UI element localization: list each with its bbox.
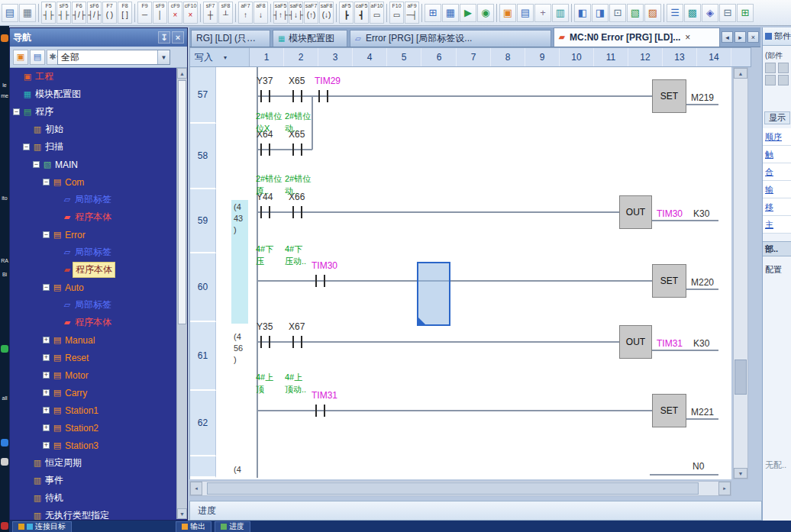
tree-item[interactable]: −▥扫描	[10, 138, 176, 156]
ladder-symbol-button[interactable]: saF6┤↓├	[289, 2, 303, 24]
scroll-tabs-left-icon[interactable]: ◂	[722, 31, 733, 43]
tab-close-icon[interactable]: ×	[685, 32, 690, 43]
tool-icon[interactable]	[765, 75, 776, 85]
contact-symbol[interactable]	[260, 143, 262, 156]
contact-symbol[interactable]	[327, 90, 328, 102]
rung-number-cell[interactable]: 57	[190, 67, 216, 124]
vertical-scrollbar[interactable]: ▲ ▼	[733, 67, 748, 479]
expand-toggle-icon[interactable]: +	[43, 442, 50, 449]
expand-toggle-icon[interactable]: −	[43, 284, 50, 291]
tree-item[interactable]: −▤Error	[10, 226, 176, 243]
expand-toggle-icon[interactable]: −	[33, 161, 40, 168]
contact-symbol[interactable]	[292, 336, 294, 348]
tree-item[interactable]: +▤Motor	[10, 366, 176, 384]
ladder-symbol-button[interactable]: sF6┤/├	[87, 2, 102, 24]
tree-item[interactable]: ▥恒定周期	[10, 454, 176, 472]
element-selection-tab[interactable]: 部件	[763, 27, 791, 46]
scrollbar-thumb[interactable]	[178, 80, 186, 324]
toolbar-icon-button[interactable]: ⊞	[737, 4, 754, 22]
scrollbar-thumb[interactable]	[207, 482, 699, 495]
toolbar-icon-button[interactable]: ▦	[19, 4, 36, 22]
contact-symbol[interactable]	[260, 336, 262, 348]
ladder-symbol-button[interactable]: aF7↑	[238, 2, 253, 24]
toolbar-icon-button[interactable]: ▧	[627, 4, 644, 22]
contact-symbol[interactable]	[301, 143, 302, 156]
chevron-down-icon[interactable]: ▾	[224, 54, 227, 61]
toolbar-icon-button[interactable]: ▶	[460, 4, 476, 22]
filter-icon[interactable]: ▣	[13, 50, 28, 65]
coil-instruction-box[interactable]: OUT	[619, 325, 652, 359]
toolbar-icon-button[interactable]: ⊡	[609, 4, 626, 22]
tool-icon[interactable]	[778, 63, 789, 73]
edit-mode-indicator[interactable]: 写入 ▾	[190, 48, 250, 66]
toolbar-icon-button[interactable]: +	[534, 4, 551, 22]
toolbar-icon-button[interactable]: ⊞	[425, 4, 441, 22]
toolbar-icon-button[interactable]: ▤	[517, 4, 534, 22]
connect-target-tab[interactable]: 连接目标	[12, 521, 72, 532]
tree-item[interactable]: +▤Station3	[10, 437, 176, 454]
ladder-symbol-button[interactable]: sF9│	[153, 2, 167, 24]
scroll-down-icon[interactable]: ▼	[734, 468, 747, 479]
display-toggle[interactable]: 显示	[764, 111, 790, 124]
chevron-down-icon[interactable]: ▼	[157, 50, 170, 64]
scroll-tabs-right-icon[interactable]: ▸	[734, 31, 746, 43]
toolbar-icon-button[interactable]: ▦	[442, 4, 459, 22]
tree-item[interactable]: +▤Carry	[10, 384, 176, 401]
toolbar-icon-button[interactable]: ▤	[2, 4, 18, 22]
ladder-symbol-button[interactable]: aF9─┤	[405, 2, 419, 24]
dock-tab[interactable]: 输出	[176, 521, 211, 532]
tree-item[interactable]: −▤程序	[10, 103, 176, 121]
scroll-up-icon[interactable]: ▲	[177, 68, 187, 79]
tree-item[interactable]: ▦模块配置图	[10, 85, 176, 103]
ladder-symbol-button[interactable]: cF9×	[168, 2, 182, 24]
document-tab[interactable]: ▦模块配置图	[273, 30, 347, 47]
contact-symbol[interactable]	[260, 90, 262, 102]
ladder-symbol-button[interactable]: sF8┴	[218, 2, 233, 24]
close-document-icon[interactable]: ×	[747, 31, 759, 43]
ladder-symbol-button[interactable]: saF7(↑)	[304, 2, 318, 24]
document-tab[interactable]: ▰MC:N0 Error [PRG] [LD]...×	[554, 27, 720, 47]
contact-symbol[interactable]	[292, 206, 294, 218]
toolbar-icon-button[interactable]: ◉	[477, 4, 494, 22]
ladder-symbol-button[interactable]: caF5┫	[354, 2, 369, 24]
scroll-up-icon[interactable]: ▲	[734, 68, 747, 79]
expand-toggle-icon[interactable]: −	[23, 143, 30, 150]
contact-symbol[interactable]	[318, 90, 320, 102]
dock-tab[interactable]: 进度	[215, 521, 250, 532]
ladder-symbol-button[interactable]: F9─	[137, 2, 152, 24]
expand-toggle-icon[interactable]: −	[13, 108, 20, 115]
tree-item[interactable]: +▤Reset	[10, 349, 176, 366]
ladder-symbol-button[interactable]: aF10▭	[370, 2, 384, 24]
toolbar-icon-button[interactable]: ▣	[499, 4, 516, 22]
ladder-symbol-button[interactable]: saF8(↓)	[319, 2, 334, 24]
contact-symbol[interactable]	[269, 336, 270, 348]
progress-panel-header[interactable]: 进度	[189, 501, 762, 521]
expand-toggle-icon[interactable]: +	[43, 354, 50, 361]
tree-item[interactable]: ▱局部标签	[10, 296, 176, 314]
ladder-symbol-button[interactable]: F8[ ]	[118, 2, 132, 24]
ladder-symbol-button[interactable]: sF7┼	[203, 2, 218, 24]
ladder-symbol-button[interactable]: F5┤├	[41, 2, 56, 24]
contact-symbol[interactable]	[269, 206, 270, 218]
document-tab[interactable]: RG] [LD] (只读) ...	[191, 30, 270, 47]
tree-item[interactable]: −▧MAIN	[10, 156, 176, 173]
tree-item[interactable]: −▤Com	[10, 173, 176, 191]
tree-item[interactable]: ▥初始	[10, 121, 176, 138]
contact-symbol[interactable]	[324, 405, 325, 417]
rung-number-cell[interactable]	[190, 456, 216, 478]
ladder-symbol-button[interactable]: aF8↓	[253, 2, 268, 24]
selected-cell[interactable]	[417, 262, 450, 326]
contact-symbol[interactable]	[301, 336, 302, 348]
rung-number-cell[interactable]: 61	[190, 322, 216, 391]
element-category-link[interactable]: 顺序	[763, 128, 791, 146]
expand-toggle-icon[interactable]: +	[43, 407, 50, 414]
expand-toggle-icon[interactable]: +	[43, 424, 50, 431]
toolbar-icon-button[interactable]: ◧	[574, 4, 591, 22]
expand-toggle-icon[interactable]: +	[43, 337, 50, 343]
scrollbar-thumb[interactable]	[734, 360, 747, 395]
rung-number-cell[interactable]: 62	[190, 391, 216, 456]
coil-instruction-box[interactable]: SET	[652, 79, 686, 113]
scroll-down-icon[interactable]: ▼	[177, 508, 187, 519]
tool-icon[interactable]	[778, 75, 789, 85]
contact-symbol[interactable]	[315, 405, 317, 417]
